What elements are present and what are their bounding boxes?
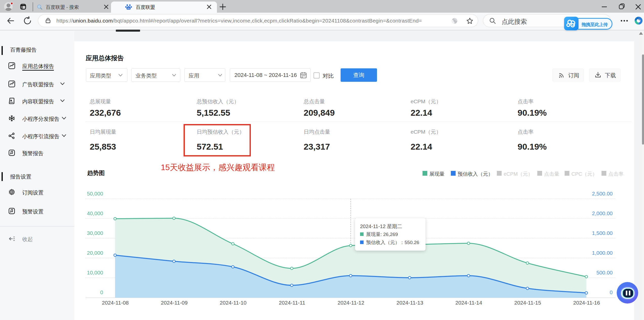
svg-text:2024-11-10: 2024-11-10 (220, 300, 247, 306)
svg-text:2,000.00: 2,000.00 (592, 210, 613, 216)
svg-text:40,000: 40,000 (87, 210, 103, 216)
svg-text:2024-11-15: 2024-11-15 (514, 300, 541, 306)
svg-text:2024-11-12: 2024-11-12 (338, 300, 364, 306)
svg-text:50,000: 50,000 (87, 191, 103, 196)
svg-text:500.00: 500.00 (596, 270, 613, 275)
svg-text:2024-11-14: 2024-11-14 (455, 300, 482, 306)
svg-text:0: 0 (100, 289, 103, 295)
svg-text:1,500.00: 1,500.00 (592, 230, 613, 236)
svg-text:2024-11-09: 2024-11-09 (161, 300, 188, 306)
svg-text:0: 0 (610, 289, 613, 295)
svg-text:20,000: 20,000 (87, 250, 103, 256)
svg-text:1,000.00: 1,000.00 (592, 250, 613, 256)
svg-text:30,000: 30,000 (87, 230, 103, 236)
svg-text:2024-11-13: 2024-11-13 (396, 300, 423, 306)
svg-text:2,500.00: 2,500.00 (592, 191, 613, 196)
svg-text:2024-11-08: 2024-11-08 (102, 300, 129, 306)
svg-text:du: du (127, 7, 130, 10)
svg-text:10,000: 10,000 (87, 270, 103, 275)
svg-text:2024-11-11: 2024-11-11 (279, 300, 305, 306)
svg-text:2024-11-16: 2024-11-16 (573, 300, 600, 306)
